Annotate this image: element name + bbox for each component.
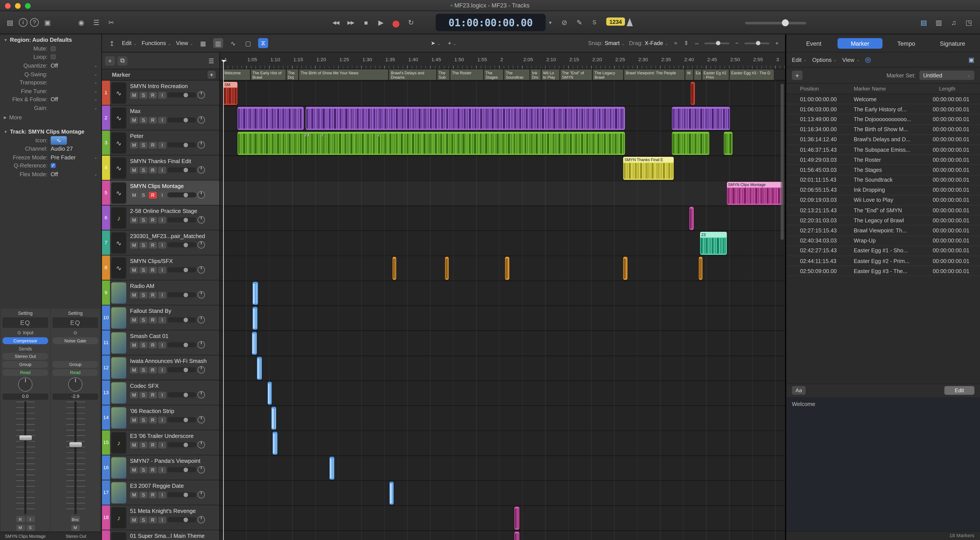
strip-eq-display[interactable]: EQ bbox=[2, 317, 48, 328]
stop-button[interactable]: ■ bbox=[360, 16, 372, 29]
region-teal[interactable]: 23 bbox=[700, 232, 727, 255]
track-i-button[interactable]: I bbox=[158, 466, 166, 473]
track-header[interactable]: 6♪2-58 Online Practice StageMSRI bbox=[102, 205, 220, 230]
col-length[interactable]: Length bbox=[925, 86, 978, 92]
marker-strip-segment[interactable]: Ea bbox=[695, 69, 702, 80]
param-value[interactable] bbox=[51, 46, 97, 51]
track-volume-slider[interactable] bbox=[167, 317, 196, 322]
marker-strip-segment[interactable]: Brawl Viewpoint: The People bbox=[625, 69, 685, 80]
edit-button[interactable]: Edit bbox=[944, 386, 974, 395]
track-s-button[interactable]: S bbox=[139, 291, 148, 298]
region-blue[interactable] bbox=[252, 332, 256, 355]
functions-menu[interactable]: Functions⌄ bbox=[142, 40, 171, 46]
region-magenta[interactable] bbox=[689, 207, 694, 230]
marker-strip-segment[interactable]: The "End" of SMYN bbox=[561, 69, 593, 80]
menu-edit[interactable]: Edit⌄ bbox=[792, 57, 807, 63]
track-header[interactable]: 8∿SMYN Clips/SFXMSRI bbox=[102, 256, 220, 281]
region-blue[interactable] bbox=[253, 307, 258, 330]
marker-text-area[interactable]: Welcome bbox=[786, 397, 980, 530]
track-volume-slider[interactable] bbox=[167, 267, 196, 272]
track-m-button[interactable]: M bbox=[130, 491, 138, 498]
track-i-button[interactable]: I bbox=[158, 341, 166, 348]
region-green[interactable] bbox=[724, 132, 732, 155]
drag-menu[interactable]: Drag:X-Fade⌄ bbox=[629, 40, 668, 46]
create-marker-button[interactable]: + bbox=[792, 71, 803, 80]
marker-list-row[interactable]: 01:16:34:00.00The Birth of Show M...00:0… bbox=[786, 125, 980, 135]
param-value[interactable]: Off bbox=[51, 97, 94, 103]
track-i-button[interactable]: I bbox=[158, 166, 166, 173]
stepper-icon[interactable]: ⌄ bbox=[94, 97, 97, 102]
quick-help-icon[interactable]: ? bbox=[30, 18, 39, 27]
track-s-button[interactable]: S bbox=[139, 166, 148, 173]
metronome-icon[interactable] bbox=[625, 18, 634, 26]
strip-button-r[interactable]: R bbox=[16, 516, 25, 522]
marker-set-dropdown[interactable]: Untitled⌄ bbox=[920, 71, 974, 80]
marker-strip-segment[interactable]: The Soundtrac bbox=[505, 69, 530, 80]
strip-setting-button[interactable]: Setting bbox=[68, 310, 83, 316]
tab-tempo[interactable]: Tempo bbox=[884, 38, 929, 49]
count-in-button[interactable]: 1234 bbox=[606, 17, 625, 25]
region-inspector-header[interactable]: ▼ Region: Audio Defaults bbox=[0, 34, 101, 44]
marker-list-row[interactable]: 02:13:21:15.43The "End" of SMYN00:00:00:… bbox=[786, 205, 980, 216]
track-s-button[interactable]: S bbox=[139, 466, 148, 473]
marker-global-track-header[interactable]: Marker + bbox=[102, 69, 220, 81]
track-r-button[interactable]: R bbox=[149, 92, 157, 98]
tracks-view-icon[interactable]: ▥ bbox=[213, 38, 223, 48]
strip-sends-label[interactable]: Sends bbox=[19, 346, 32, 351]
font-button[interactable]: Aa bbox=[792, 386, 806, 395]
marker-list-row[interactable]: 01:06:03:00.00The Early History of...00:… bbox=[786, 105, 980, 114]
duplicate-track-button[interactable]: ⧉ bbox=[118, 56, 127, 65]
marker-list-row[interactable]: 01:36:14:12.40Brawl's Delays and D...00:… bbox=[786, 135, 980, 145]
track-header[interactable]: 12Iwata Announces Wi-Fi SmashMSRI bbox=[102, 356, 220, 380]
track-s-button[interactable]: S bbox=[139, 141, 148, 148]
marker-strip-segment[interactable]: The Roster bbox=[451, 69, 484, 80]
edit-menu[interactable]: Edit⌄ bbox=[122, 40, 137, 46]
marker-table[interactable]: 01:00:00:00.00Welcome00:00:00:00.0101:06… bbox=[786, 94, 980, 383]
track-s-button[interactable]: S bbox=[139, 267, 148, 273]
rewind-button[interactable]: ◀◀ bbox=[329, 16, 342, 29]
track-s-button[interactable]: S bbox=[139, 341, 148, 348]
track-volume-slider[interactable] bbox=[167, 92, 196, 97]
region-yellow[interactable]: SMYN Thanks Final E bbox=[623, 157, 674, 180]
region-green[interactable] bbox=[672, 132, 710, 155]
catch-playhead-icon[interactable]: ↥ bbox=[107, 38, 117, 48]
marker-strip-segment[interactable]: The Early Hist of Brawl bbox=[251, 69, 286, 80]
track-r-button[interactable]: R bbox=[149, 367, 157, 373]
marker-list-row[interactable]: 02:01:11:15.43The Soundtrack00:00:00:00.… bbox=[786, 175, 980, 185]
tab-event[interactable]: Event bbox=[791, 38, 836, 49]
track-m-button[interactable]: M bbox=[130, 192, 138, 198]
marker-strip-segment[interactable]: Easter Eg #2 - Prim bbox=[702, 69, 729, 80]
track-m-button[interactable]: M bbox=[130, 267, 138, 273]
track-volume-slider[interactable] bbox=[167, 492, 196, 497]
add-marker-button[interactable]: + bbox=[208, 71, 216, 79]
strip-button-bnc[interactable]: Bnc bbox=[71, 516, 80, 522]
marker-strip-segment[interactable]: The Doj bbox=[286, 69, 299, 80]
region-magenta[interactable]: SMYN Clips Montage bbox=[727, 182, 783, 205]
strip-button-m[interactable]: M bbox=[16, 524, 25, 531]
track-volume-slider[interactable] bbox=[167, 292, 196, 297]
pan-knob[interactable] bbox=[18, 377, 33, 392]
view-menu[interactable]: View⌄ bbox=[176, 40, 193, 46]
track-header[interactable]: 9Radio AMMSRI bbox=[102, 281, 220, 305]
region-orange[interactable] bbox=[445, 257, 449, 280]
track-m-button[interactable]: M bbox=[130, 241, 138, 248]
marker-strip-segment[interactable]: The Stages bbox=[484, 69, 504, 80]
volume-thumb[interactable] bbox=[782, 19, 789, 26]
region-blue[interactable] bbox=[267, 382, 272, 405]
tab-marker[interactable]: Marker bbox=[838, 38, 883, 49]
stepper-icon[interactable]: ⌄ bbox=[94, 80, 97, 85]
track-volume-slider[interactable] bbox=[167, 142, 196, 147]
stepper-icon[interactable]: ⌄ bbox=[94, 155, 97, 160]
track-i-button[interactable]: I bbox=[158, 92, 166, 98]
region-red[interactable]: SM bbox=[223, 82, 237, 105]
param-value[interactable]: Pre Fader bbox=[51, 154, 94, 160]
region-green[interactable]: 2322 bbox=[237, 132, 625, 155]
track-s-button[interactable]: S bbox=[139, 367, 148, 373]
strip-button-s[interactable]: S bbox=[26, 524, 35, 531]
note-pads-icon[interactable]: ▥ bbox=[932, 16, 945, 29]
zoom-out-icon[interactable]: − bbox=[734, 38, 740, 48]
strip-automation-slot[interactable]: Read bbox=[52, 369, 98, 376]
vertical-zoom-icon[interactable]: ⇕ bbox=[683, 38, 689, 48]
horizontal-zoom-icon[interactable]: ⇔ bbox=[694, 38, 700, 48]
track-r-button[interactable]: R bbox=[149, 166, 157, 173]
